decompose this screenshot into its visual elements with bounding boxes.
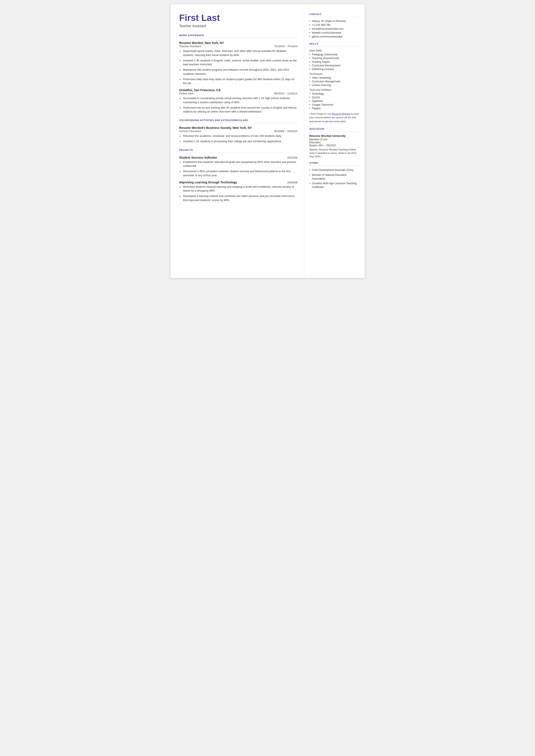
edu-school: Resume Worded University [309, 134, 359, 137]
hard-skills-list: Pedagogy (Advanced) Teaching (Experience… [309, 53, 359, 71]
edu-field: Education [309, 141, 359, 144]
list-item: Growthsi Multi-Age Licensure Teaching Ce… [309, 182, 359, 189]
promo-text: • Don't forget to use Resume Worded to s… [309, 112, 359, 123]
techniques-label: Techniques: [309, 72, 359, 75]
job-2-header: Growthsi, San Francisco, CA Online tutor… [179, 88, 297, 95]
list-item: Delivering Lectures [309, 68, 359, 71]
list-item: Flipgrid [309, 107, 359, 110]
contact-header: CONTACT [309, 13, 359, 15]
projects-header: PROJECTS [179, 149, 297, 151]
list-item: Supervised sports teams, clubs, field tr… [179, 49, 297, 57]
list-item: Established that students' educational g… [179, 160, 297, 168]
job-1-role: Teacher Assistant [179, 44, 201, 48]
education-header: EDUCATION [309, 127, 359, 130]
list-item: Child Development Associate (CDA). [309, 168, 359, 172]
job-1-role-date: Teacher Assistant 01/2015 – Present [179, 44, 297, 48]
other-divider [309, 165, 359, 166]
vol-1-role-date: School Counselor 06/2009 – 04/2010 [179, 129, 297, 133]
promo-link[interactable]: Resume Worded [332, 113, 350, 115]
job-2-role: Online tutor [179, 92, 194, 95]
job-1-company: Resume Worded, New York, NY [179, 41, 297, 44]
list-item: Motivated students towards learning and … [179, 185, 297, 193]
project-2-date: 04/2009 [287, 181, 297, 184]
project-1-title: Student Success Indicator [179, 156, 217, 159]
project-2-header: Improving Learning through Technology 04… [179, 181, 297, 184]
list-item: Teaching (Experienced) [309, 57, 359, 60]
job-2-bullets: Succeeded in coordinating private virtua… [179, 96, 297, 114]
project-1-bullets: Established that students' educational g… [179, 160, 297, 178]
list-item: +1-234-456-789 [309, 23, 359, 26]
list-item: Assisted 1.3K students in English, math,… [179, 59, 297, 67]
edu-location: Boston, MA — 05/2010 [309, 144, 359, 147]
techniques-list: Video Streaming Curriculum Management Le… [309, 76, 359, 87]
job-title: Teacher Assistant [179, 24, 297, 28]
contact-list: Albany, NY (Open to Remote) +1-234-456-7… [309, 20, 359, 38]
job-2-role-date: Online tutor 06/2010 – 12/2014 [179, 92, 297, 95]
name-heading: First Last [179, 13, 297, 23]
tools-list: Schoology Quizlet Appletree Google Class… [309, 92, 359, 110]
projects-divider [179, 153, 297, 153]
list-item: Quizlet [309, 96, 359, 99]
list-item: github.com/resumeworded [309, 35, 359, 38]
list-item: Curriculum Development [309, 64, 359, 67]
job-2-company: Growthsi, San Francisco, CA [179, 88, 297, 92]
left-column: First Last Teacher Assistant WORK EXPERI… [171, 4, 304, 278]
project-1-date: 05/2009 [287, 156, 297, 159]
project-2-title: Improving Learning through Technology [179, 181, 237, 184]
other-list: Child Development Associate (CDA). Membe… [309, 168, 359, 189]
list-item: Video Streaming [309, 76, 359, 79]
volunteering-divider [179, 123, 297, 123]
tools-label: Tools and Software: [309, 88, 359, 91]
list-item: Curriculum Management [309, 80, 359, 83]
vol-1-bullets: Resolved the academic, emotional, and so… [179, 134, 297, 144]
list-item: Maintained 440 student progress and beha… [179, 68, 297, 76]
vol-1-company: Resume Worded's Business Society, New Yo… [179, 126, 297, 129]
list-item: Assisted 1.2K students in processing the… [179, 139, 297, 144]
project-1-header: Student Success Indicator 05/2009 [179, 156, 297, 159]
list-item: Google Classroom [309, 103, 359, 106]
project-2-bullets: Motivated students towards learning and … [179, 185, 297, 202]
list-item: Succeeded in coordinating private virtua… [179, 96, 297, 104]
list-item: Resolved the academic, emotional, and so… [179, 134, 297, 138]
list-item: Appletree [309, 99, 359, 102]
vol-1-header: Resume Worded's Business Society, New Yo… [179, 126, 297, 133]
list-item: Lesson Planning [309, 84, 359, 87]
list-item: Developed a learning method that combine… [179, 194, 297, 202]
volunteering-header: VOLUNTEERING ACTIVITIES AND EXTRACURRICU… [179, 119, 297, 122]
vol-1-date: 06/2009 – 04/2010 [274, 129, 297, 133]
list-item: Member of National Education Association… [309, 173, 359, 181]
list-item: linkedin.com/in/username [309, 31, 359, 34]
list-item: Performed one-on-one tutoring with 3K st… [179, 106, 297, 114]
resume-page: First Last Teacher Assistant WORK EXPERI… [171, 4, 365, 278]
list-item: Discovered a 95% correlation between stu… [179, 169, 297, 178]
skills-header: SKILLS [309, 42, 359, 45]
list-item: Schoology [309, 92, 359, 95]
job-1-bullets: Supervised sports teams, clubs, field tr… [179, 49, 297, 85]
edu-degree: Bachelor of Arts [309, 138, 359, 141]
job-1-date: 01/2015 – Present [274, 44, 297, 48]
contact-divider [309, 17, 359, 17]
list-item: Albany, NY (Open to Remote) [309, 20, 359, 23]
edu-awards: Awards: Resume Worded Teaching Fellow (o… [309, 148, 359, 158]
list-item: Grading Papers [309, 60, 359, 63]
list-item: Performed daily data entry tasks on stud… [179, 77, 297, 86]
list-item: Pedagogy (Advanced) [309, 53, 359, 56]
job-2-date: 06/2010 – 12/2014 [274, 92, 297, 95]
education-divider [309, 131, 359, 132]
work-divider [179, 38, 297, 38]
hard-skills-label: Hard Skills: [309, 49, 359, 52]
job-1-header: Resume Worded, New York, NY Teacher Assi… [179, 41, 297, 48]
work-experience-header: WORK EXPERIENCE [179, 34, 297, 37]
right-column: CONTACT Albany, NY (Open to Remote) +1-2… [304, 4, 365, 278]
vol-1-role: School Counselor [179, 129, 202, 133]
other-header: OTHER [309, 162, 359, 164]
list-item: email@resumeworded.com [309, 27, 359, 30]
